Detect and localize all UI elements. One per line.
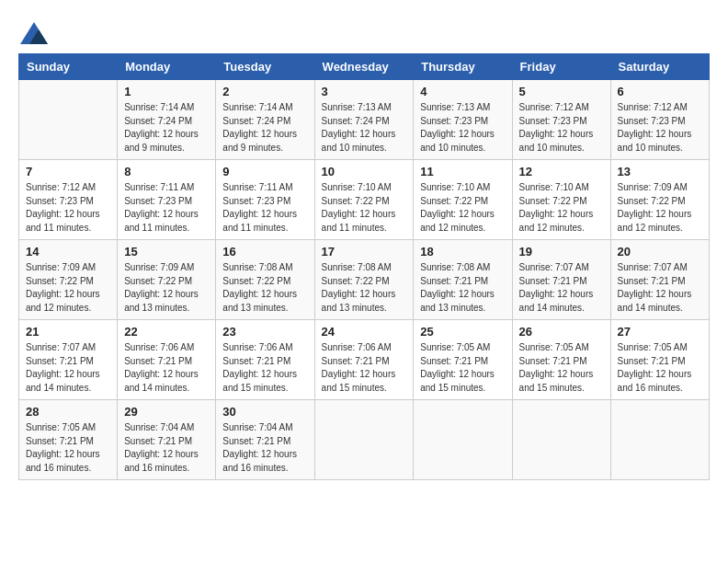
day-number: 29	[124, 405, 209, 419]
calendar-cell: 6Sunrise: 7:12 AM Sunset: 7:23 PM Daylig…	[610, 80, 709, 160]
calendar-cell: 16Sunrise: 7:08 AM Sunset: 7:22 PM Dayli…	[216, 240, 314, 320]
day-number: 10	[322, 165, 407, 178]
day-info: Sunrise: 7:06 AM Sunset: 7:21 PM Dayligh…	[322, 341, 407, 395]
day-info: Sunrise: 7:04 AM Sunset: 7:21 PM Dayligh…	[222, 421, 307, 475]
weekday-header-thursday: Thursday	[414, 54, 512, 80]
week-row-3: 14Sunrise: 7:09 AM Sunset: 7:22 PM Dayli…	[19, 240, 710, 320]
week-row-1: 1Sunrise: 7:14 AM Sunset: 7:24 PM Daylig…	[19, 80, 710, 160]
day-number: 4	[420, 85, 505, 98]
calendar-cell: 1Sunrise: 7:14 AM Sunset: 7:24 PM Daylig…	[118, 80, 216, 160]
calendar-cell: 17Sunrise: 7:08 AM Sunset: 7:22 PM Dayli…	[314, 240, 414, 320]
calendar-cell: 28Sunrise: 7:05 AM Sunset: 7:21 PM Dayli…	[19, 400, 118, 480]
day-info: Sunrise: 7:13 AM Sunset: 7:24 PM Dayligh…	[322, 101, 407, 155]
calendar-cell: 29Sunrise: 7:04 AM Sunset: 7:21 PM Dayli…	[118, 400, 216, 480]
calendar-cell: 19Sunrise: 7:07 AM Sunset: 7:21 PM Dayli…	[512, 240, 610, 320]
calendar-cell: 9Sunrise: 7:11 AM Sunset: 7:23 PM Daylig…	[216, 160, 314, 240]
day-number: 23	[222, 325, 307, 339]
day-number: 30	[222, 405, 307, 419]
header	[18, 18, 710, 44]
day-number: 17	[322, 245, 407, 259]
day-number: 16	[222, 245, 307, 259]
day-info: Sunrise: 7:09 AM Sunset: 7:22 PM Dayligh…	[26, 261, 110, 315]
calendar-cell: 12Sunrise: 7:10 AM Sunset: 7:22 PM Dayli…	[512, 160, 610, 240]
day-number: 22	[124, 325, 209, 339]
day-number: 9	[222, 165, 307, 178]
day-number: 14	[26, 245, 110, 259]
day-number: 3	[322, 85, 407, 98]
day-info: Sunrise: 7:06 AM Sunset: 7:21 PM Dayligh…	[222, 341, 307, 395]
day-info: Sunrise: 7:12 AM Sunset: 7:23 PM Dayligh…	[618, 101, 702, 155]
day-number: 6	[618, 85, 702, 98]
day-number: 13	[618, 165, 702, 178]
day-info: Sunrise: 7:08 AM Sunset: 7:21 PM Dayligh…	[420, 261, 505, 315]
calendar-cell: 3Sunrise: 7:13 AM Sunset: 7:24 PM Daylig…	[314, 80, 414, 160]
calendar-cell: 7Sunrise: 7:12 AM Sunset: 7:23 PM Daylig…	[19, 160, 118, 240]
day-number: 18	[420, 245, 505, 259]
day-info: Sunrise: 7:08 AM Sunset: 7:22 PM Dayligh…	[222, 261, 307, 315]
week-row-2: 7Sunrise: 7:12 AM Sunset: 7:23 PM Daylig…	[19, 160, 710, 240]
day-number: 2	[222, 85, 307, 98]
week-row-5: 28Sunrise: 7:05 AM Sunset: 7:21 PM Dayli…	[19, 400, 710, 480]
day-info: Sunrise: 7:05 AM Sunset: 7:21 PM Dayligh…	[618, 341, 702, 395]
day-info: Sunrise: 7:12 AM Sunset: 7:23 PM Dayligh…	[26, 181, 110, 235]
calendar-cell: 10Sunrise: 7:10 AM Sunset: 7:22 PM Dayli…	[314, 160, 414, 240]
day-number: 8	[124, 165, 209, 178]
day-info: Sunrise: 7:05 AM Sunset: 7:21 PM Dayligh…	[26, 421, 110, 475]
weekday-header-wednesday: Wednesday	[314, 54, 414, 80]
calendar-cell: 24Sunrise: 7:06 AM Sunset: 7:21 PM Dayli…	[314, 320, 414, 400]
weekday-header-row: SundayMondayTuesdayWednesdayThursdayFrid…	[19, 54, 710, 80]
calendar-cell	[314, 400, 414, 480]
day-info: Sunrise: 7:11 AM Sunset: 7:23 PM Dayligh…	[222, 181, 307, 235]
calendar-cell: 11Sunrise: 7:10 AM Sunset: 7:22 PM Dayli…	[414, 160, 512, 240]
calendar-cell: 2Sunrise: 7:14 AM Sunset: 7:24 PM Daylig…	[216, 80, 314, 160]
day-info: Sunrise: 7:14 AM Sunset: 7:24 PM Dayligh…	[222, 101, 307, 155]
day-number: 19	[519, 245, 604, 259]
week-row-4: 21Sunrise: 7:07 AM Sunset: 7:21 PM Dayli…	[19, 320, 710, 400]
day-info: Sunrise: 7:12 AM Sunset: 7:23 PM Dayligh…	[519, 101, 604, 155]
day-number: 28	[26, 405, 110, 419]
weekday-header-saturday: Saturday	[610, 54, 709, 80]
day-number: 15	[124, 245, 209, 259]
day-number: 21	[26, 325, 110, 339]
day-number: 26	[519, 325, 604, 339]
day-number: 25	[420, 325, 505, 339]
day-number: 11	[420, 165, 505, 178]
day-info: Sunrise: 7:14 AM Sunset: 7:24 PM Dayligh…	[124, 101, 209, 155]
weekday-header-tuesday: Tuesday	[216, 54, 314, 80]
logo	[18, 18, 48, 44]
day-info: Sunrise: 7:05 AM Sunset: 7:21 PM Dayligh…	[420, 341, 505, 395]
calendar-table: SundayMondayTuesdayWednesdayThursdayFrid…	[18, 53, 710, 480]
day-number: 24	[322, 325, 407, 339]
weekday-header-sunday: Sunday	[19, 54, 118, 80]
calendar-cell	[414, 400, 512, 480]
calendar-cell: 8Sunrise: 7:11 AM Sunset: 7:23 PM Daylig…	[118, 160, 216, 240]
calendar-cell: 14Sunrise: 7:09 AM Sunset: 7:22 PM Dayli…	[19, 240, 118, 320]
day-number: 27	[618, 325, 702, 339]
calendar-cell: 21Sunrise: 7:07 AM Sunset: 7:21 PM Dayli…	[19, 320, 118, 400]
day-number: 7	[26, 165, 110, 178]
day-info: Sunrise: 7:04 AM Sunset: 7:21 PM Dayligh…	[124, 421, 209, 475]
day-info: Sunrise: 7:07 AM Sunset: 7:21 PM Dayligh…	[618, 261, 702, 315]
day-info: Sunrise: 7:08 AM Sunset: 7:22 PM Dayligh…	[322, 261, 407, 315]
calendar-cell: 13Sunrise: 7:09 AM Sunset: 7:22 PM Dayli…	[610, 160, 709, 240]
day-number: 5	[519, 85, 604, 98]
calendar-cell: 23Sunrise: 7:06 AM Sunset: 7:21 PM Dayli…	[216, 320, 314, 400]
calendar-cell: 22Sunrise: 7:06 AM Sunset: 7:21 PM Dayli…	[118, 320, 216, 400]
weekday-header-friday: Friday	[512, 54, 610, 80]
day-info: Sunrise: 7:07 AM Sunset: 7:21 PM Dayligh…	[519, 261, 604, 315]
day-info: Sunrise: 7:10 AM Sunset: 7:22 PM Dayligh…	[322, 181, 407, 235]
calendar-cell: 15Sunrise: 7:09 AM Sunset: 7:22 PM Dayli…	[118, 240, 216, 320]
calendar-cell: 20Sunrise: 7:07 AM Sunset: 7:21 PM Dayli…	[610, 240, 709, 320]
day-number: 12	[519, 165, 604, 178]
day-info: Sunrise: 7:06 AM Sunset: 7:21 PM Dayligh…	[124, 341, 209, 395]
day-info: Sunrise: 7:13 AM Sunset: 7:23 PM Dayligh…	[420, 101, 505, 155]
weekday-header-monday: Monday	[118, 54, 216, 80]
calendar-cell	[19, 80, 118, 160]
calendar-cell	[610, 400, 709, 480]
day-info: Sunrise: 7:11 AM Sunset: 7:23 PM Dayligh…	[124, 181, 209, 235]
day-info: Sunrise: 7:07 AM Sunset: 7:21 PM Dayligh…	[26, 341, 110, 395]
calendar-cell: 30Sunrise: 7:04 AM Sunset: 7:21 PM Dayli…	[216, 400, 314, 480]
calendar-cell: 25Sunrise: 7:05 AM Sunset: 7:21 PM Dayli…	[414, 320, 512, 400]
calendar-cell: 5Sunrise: 7:12 AM Sunset: 7:23 PM Daylig…	[512, 80, 610, 160]
calendar-cell: 4Sunrise: 7:13 AM Sunset: 7:23 PM Daylig…	[414, 80, 512, 160]
